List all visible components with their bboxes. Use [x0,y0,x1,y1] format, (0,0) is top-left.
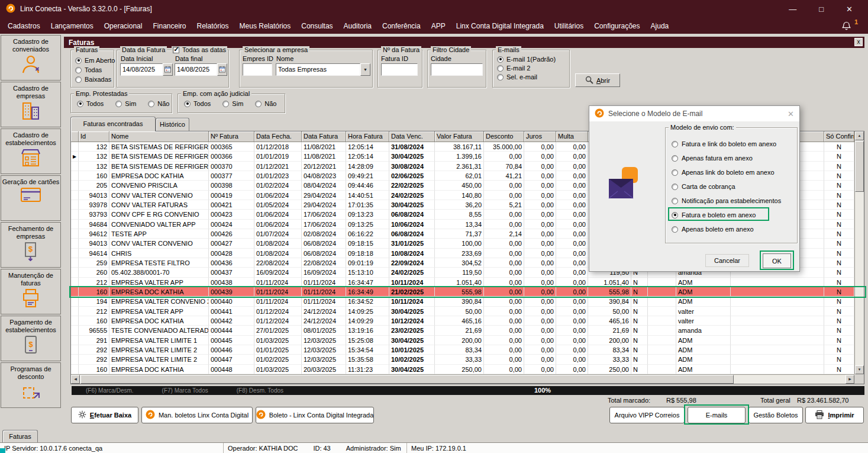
column-header-juros[interactable]: Juros [524,131,556,142]
menu-item-app[interactable]: APP [426,19,451,33]
radio-emails-e-mail-1-padrao[interactable]: E-mail 1(Padrão) [497,56,569,63]
scroll-left-icon[interactable]: ◀ [71,375,80,384]
sidebar-item-fechamento-de-empresas[interactable]: Fechamento de empresas$ [1,222,61,268]
panel-close-button[interactable]: x [854,38,863,46]
maximize-button[interactable]: □ [819,5,824,14]
column-header-so-confirm[interactable]: Só Confirm [824,131,854,142]
bell-icon[interactable] [841,21,851,32]
action-arquivo-vipp-correios-button[interactable]: Arquivo VIPP Correios [609,407,685,423]
sidebar-item-programas-de-desconto[interactable]: Programas de desconto [1,362,61,408]
action-imprimir-button[interactable]: Imprimir [805,407,864,423]
column-header-hora-fatura[interactable]: Hora Fatura [346,131,389,142]
radio-faturas-em-aberto[interactable]: Em Aberto [75,57,114,64]
table-row[interactable]: 96555TESTE CONVENIADO ALTERADO00044427/0… [71,326,864,335]
radio-protestadas-sim[interactable]: Sim [115,100,136,107]
dialog-option-fatura-e-boleto-em-anexo[interactable]: Fatura e boleto em anexo [672,208,756,221]
dialog-option-carta-de-cobranca[interactable]: Carta de cobrança [672,180,735,193]
column-header-valor-fatura[interactable]: Valor Fatura [435,131,484,142]
minimize-button[interactable]: — [789,5,796,14]
data-final-calendar-button[interactable] [217,63,227,76]
menu-item-consultas[interactable]: Consultas [296,19,338,33]
column-header-data-fatura[interactable]: Data Fatura [302,131,346,142]
menu-item-utilitarios[interactable]: Utilitários [549,19,589,33]
sidebar-item-cadastro-de-empresas[interactable]: Cadastro de empresas [1,82,61,127]
dialog-option-apenas-boleto-em-anexo[interactable]: Apenas boleto em anexo [672,223,754,236]
column-header-data-fecha[interactable]: Data Fecha. [254,131,302,142]
fatura-id-input[interactable] [381,63,418,76]
data-inicial-input[interactable]: 14/08/2025 [120,63,163,76]
table-row[interactable]: 160EMPRESA DOC KATHIA00043901/11/202401/… [71,287,864,297]
chevron-down-icon[interactable]: ▼ [360,63,370,76]
table-row[interactable]: 160EMPRESA DOC KATHIA00044801/03/202520/… [71,365,864,374]
menu-item-linx-conta-digital-integrada[interactable]: Linx Conta Digital Integrada [451,19,549,33]
menu-item-auditoria[interactable]: Auditoria [338,19,377,33]
horizontal-scrollbar-thumb[interactable] [80,375,734,384]
column-header-nome[interactable]: Nome [109,131,209,142]
dialog-option-apenas-link-do-boleto-em-anexo[interactable]: Apenas link do boleto em anexo [672,166,775,179]
radio-judicial-sim[interactable]: Sim [222,100,243,107]
menu-item-meus-relatorios[interactable]: Meus Relatórios [234,19,296,33]
action-gestao-boletos-button[interactable]: Gestão Boletos [748,407,803,423]
sidebar-item-pagamento-de-estabelecimentos[interactable]: Pagamento de estabelecimentos$ [1,316,61,361]
sidebar-item-cadastro-de-estabelecimentos[interactable]: Cadastro de estabelecimentos [1,128,61,174]
ok-button[interactable]: OK [763,253,791,268]
sidebar-item-manutencao-de-faturas[interactable]: Manutenção de faturas [1,269,61,314]
dialog-close-icon[interactable]: ✕ [788,110,794,118]
menu-item-conferencia[interactable]: Conferência [377,19,426,33]
table-row[interactable]: 160EMPRESA DOC KATHIA00044201/12/202424/… [71,316,864,326]
bottom-tab-faturas[interactable]: Faturas [2,430,38,442]
menu-item-cadastros[interactable]: Cadastros [2,19,46,33]
radio-emails-e-mail-2[interactable]: E-mail 2 [497,65,569,72]
action-efetuar-baixa-button[interactable]: Efetuar Baixa [71,407,138,423]
menu-item-operacional[interactable]: Operacional [99,19,148,33]
column-header-desconto[interactable]: Desconto [484,131,524,142]
cancel-button[interactable]: Cancelar [705,254,749,267]
tab-historico[interactable]: Histórico [156,118,189,131]
action-man-boletos-linx-conta-digital-button[interactable]: Man. boletos Linx Conta Digital [141,407,253,423]
radio-faturas-todas[interactable]: Todas [75,66,114,73]
table-row[interactable]: 291EMPRESA VALTER LIMITE 100044501/03/20… [71,336,864,345]
scroll-right-icon[interactable]: ▶ [846,375,854,384]
cidade-input[interactable] [431,63,483,76]
radio-judicial-todos[interactable]: Todos [184,100,211,107]
empresa-dropdown[interactable]: Todas Empresas ▼ [276,63,370,76]
action-e-mails-button[interactable]: E-mails [688,407,746,423]
radio-protestadas-todos[interactable]: Todos [77,100,104,107]
tab-faturas-encontradas[interactable]: Faturas encontradas [70,117,156,131]
menu-item-lancamentos[interactable]: Lançamentos [46,19,99,33]
abrir-button[interactable]: Abrir [575,73,620,87]
todas-as-datas-checkbox[interactable]: Todas as datas [172,46,227,53]
scroll-up-icon[interactable]: ▲ [855,131,864,140]
table-row[interactable]: 194EMPRESA VALTER CONVENIO 2 AL00044001/… [71,297,864,306]
table-row[interactable]: 212EMPRESA VALTER APP00043801/11/202401/… [71,278,864,287]
table-row[interactable]: 292EMPRESA VALTER LIMITE 200044601/01/20… [71,345,864,355]
radio-faturas-baixadas[interactable]: Baixadas [75,76,114,83]
column-header-n-fatura[interactable]: Nº Fatura [209,131,254,142]
radio-protestadas-nao[interactable]: Não [148,100,169,107]
horizontal-scrollbar[interactable]: ◀ ▶ [71,374,854,384]
scroll-down-icon[interactable]: ▼ [855,365,864,374]
menu-item-financeiro[interactable]: Financeiro [147,19,191,33]
table-row[interactable]: 212EMPRESA VALTER APP00044101/12/202424/… [71,307,864,316]
radio-judicial-nao[interactable]: Não [255,100,276,107]
sidebar-item-cadastro-de-conveniados[interactable]: Cadastro de conveniados [1,35,61,81]
dialog-option-fatura-e-link-do-boleto-em-anexo[interactable]: Fatura e link do boleto em anexo [672,137,776,150]
column-header-data-venc[interactable]: Data Venc. [389,131,435,142]
sidebar-item-geracao-de-cartoes[interactable]: Geração de cartões [1,175,61,221]
radio-emails-sel-e-mail[interactable]: Sel. e-mail [497,73,569,81]
menu-item-ajuda[interactable]: Ajuda [646,19,675,33]
close-button[interactable]: ✕ [846,5,853,14]
action-boleto-linx-conta-digital-integrada-button[interactable]: Boleto - Linx Conta Digital Integrada [256,407,374,423]
vertical-scrollbar-thumb[interactable] [855,141,864,192]
column-header-multa[interactable]: Multa [556,131,588,142]
data-inicial-calendar-button[interactable] [163,63,173,76]
data-final-input[interactable]: 14/08/2025 [175,63,217,76]
empres-id-input[interactable] [243,63,272,76]
dialog-option-apenas-fatura-em-anexo[interactable]: Apenas fatura em anexo [672,152,753,165]
dialog-option-notificacao-para-estabelecimentos[interactable]: Notificação para estabelecimentos [672,194,781,207]
menu-item-relatorios[interactable]: Relatórios [192,19,234,33]
column-header-id[interactable]: Id [79,131,109,142]
table-row[interactable]: 292EMPRESA VALTER LIMITE 200044701/02/20… [71,355,864,364]
menu-item-configuracoes[interactable]: Configurações [589,19,645,33]
vertical-scrollbar[interactable]: ▲ ▼ [854,131,864,374]
